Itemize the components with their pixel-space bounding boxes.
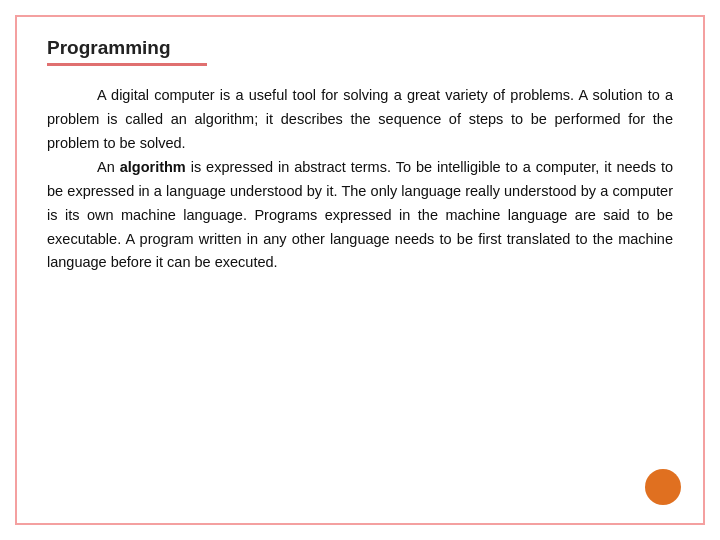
paragraph-1: A digital computer is a useful tool for …: [47, 84, 673, 156]
slide-title: Programming: [47, 37, 673, 59]
paragraph-2: An algorithm is expressed in abstract te…: [47, 156, 673, 276]
slide-body: A digital computer is a useful tool for …: [47, 84, 673, 275]
slide-container: Programming A digital computer is a usef…: [15, 15, 705, 525]
algorithm-bold: algorithm: [120, 159, 186, 175]
paragraph2-start: An: [97, 159, 120, 175]
title-underline: [47, 63, 207, 66]
orange-circle-decoration: [645, 469, 681, 505]
paragraph2-end: is expressed in abstract terms. To be in…: [47, 159, 673, 271]
